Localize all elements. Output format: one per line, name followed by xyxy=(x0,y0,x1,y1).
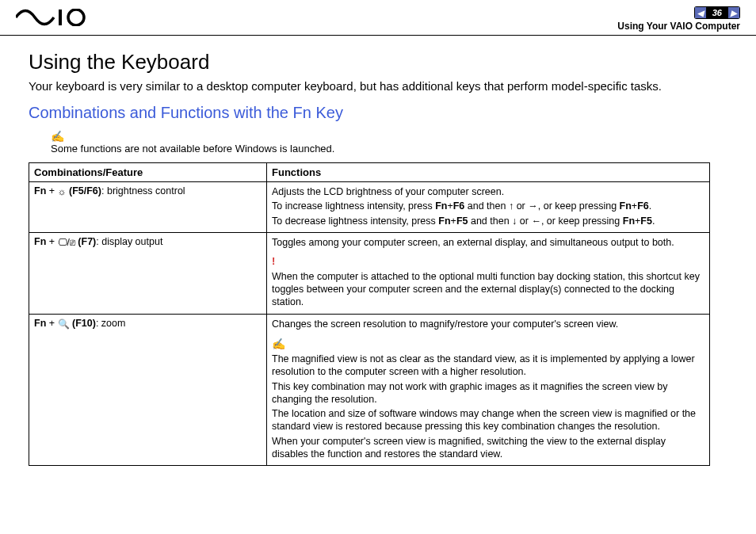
func-line: To decrease lightness intensity, press F… xyxy=(272,215,704,227)
func-line: When your computer's screen view is magn… xyxy=(272,435,704,461)
func-line: The location and size of software window… xyxy=(272,407,704,433)
table-row: Fn + ☼ (F5/F6): brightness control Adjus… xyxy=(29,182,710,233)
func-cell: Adjusts the LCD brightness of your compu… xyxy=(267,182,710,233)
warning-icon: ! xyxy=(272,255,275,267)
table-header-row: Combinations/Feature Functions xyxy=(29,163,710,182)
page-nav: ◀ 36 ▶ xyxy=(694,6,740,19)
svg-point-1 xyxy=(68,10,84,25)
func-line: Toggles among your computer screen, an e… xyxy=(272,236,704,249)
table-row: Fn + 🖵/⎚ (F7): display output Toggles am… xyxy=(29,232,710,314)
brightness-icon: ☼ xyxy=(58,186,67,197)
func-line: To increase lightness intensity, press F… xyxy=(272,200,704,212)
fn-table: Combinations/Feature Functions Fn + ☼ (F… xyxy=(29,162,710,466)
vaio-logo xyxy=(16,9,95,29)
nav-prev-icon[interactable]: ◀ xyxy=(695,7,706,18)
page-header: ◀ 36 ▶ Using Your VAIO Computer xyxy=(0,0,756,36)
subheading: Combinations and Functions with the Fn K… xyxy=(29,104,727,122)
combo-cell: Fn + ☼ (F5/F6): brightness control xyxy=(29,182,267,233)
display-icon: 🖵/⎚ xyxy=(58,236,75,247)
zoom-icon: 🔍 xyxy=(58,318,70,329)
func-line: The magnified view is not as clear as th… xyxy=(272,353,704,379)
func-line: Adjusts the LCD brightness of your compu… xyxy=(272,185,704,198)
table-row: Fn + 🔍 (F10): zoom Changes the screen re… xyxy=(29,314,710,466)
func-line: This key combination may not work with g… xyxy=(272,380,704,406)
header-right: ◀ 36 ▶ Using Your VAIO Computer xyxy=(617,6,740,32)
page-title: Using the Keyboard xyxy=(29,50,727,74)
col1-header: Combinations/Feature xyxy=(29,163,267,182)
func-cell: Toggles among your computer screen, an e… xyxy=(267,232,710,314)
intro-text: Your keyboard is very similar to a deskt… xyxy=(29,79,727,93)
func-line: When the computer is attached to the opt… xyxy=(272,270,704,309)
note-icon: ✍ xyxy=(272,338,285,350)
note-icon: ✍ xyxy=(51,130,64,143)
content: Using the Keyboard Your keyboard is very… xyxy=(0,36,756,474)
func-cell: Changes the screen resolution to magnify… xyxy=(267,314,710,466)
breadcrumb: Using Your VAIO Computer xyxy=(617,21,740,32)
combo-cell: Fn + 🔍 (F10): zoom xyxy=(29,314,267,466)
combo-cell: Fn + 🖵/⎚ (F7): display output xyxy=(29,232,267,314)
page-number: 36 xyxy=(708,8,727,17)
func-line: Changes the screen resolution to magnify… xyxy=(272,318,704,330)
note-block: ✍ Some functions are not available befor… xyxy=(51,130,727,154)
nav-next-icon[interactable]: ▶ xyxy=(728,7,739,18)
col2-header: Functions xyxy=(267,163,710,182)
svg-rect-0 xyxy=(59,10,62,25)
note-text: Some functions are not available before … xyxy=(51,143,334,154)
